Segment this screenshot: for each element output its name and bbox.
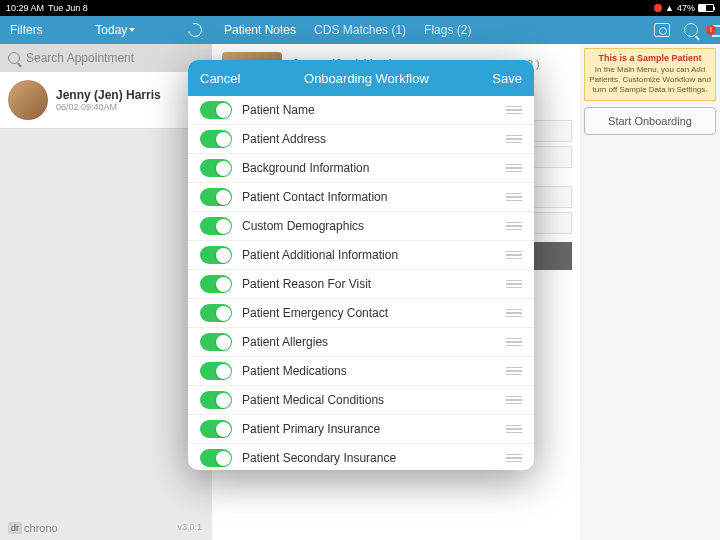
toggle-switch[interactable] bbox=[200, 304, 232, 322]
entry-name: Jenny (Jen) Harris bbox=[56, 88, 185, 102]
chevron-down-icon bbox=[129, 28, 135, 32]
drag-handle-icon[interactable] bbox=[506, 396, 522, 405]
workflow-row[interactable]: Patient Allergies bbox=[188, 328, 534, 357]
wifi-icon: ▲ bbox=[665, 3, 674, 13]
toggle-switch[interactable] bbox=[200, 391, 232, 409]
row-label: Patient Contact Information bbox=[242, 190, 496, 204]
row-label: Patient Emergency Contact bbox=[242, 306, 496, 320]
search-icon bbox=[8, 52, 20, 64]
notice-body: In the Main Menu, you can Add Patients, … bbox=[589, 65, 711, 96]
row-label: Background Information bbox=[242, 161, 496, 175]
workflow-row[interactable]: Patient Emergency Contact bbox=[188, 299, 534, 328]
brand-name: chrono bbox=[24, 522, 58, 534]
appointment-entry[interactable]: Jenny (Jen) Harris 06/02 09:40AM Ex bbox=[0, 72, 212, 129]
tab-patient-notes[interactable]: Patient Notes bbox=[224, 23, 296, 37]
workflow-row[interactable]: Background Information bbox=[188, 154, 534, 183]
entry-time: 06/02 09:40AM bbox=[56, 102, 185, 112]
drag-handle-icon[interactable] bbox=[506, 338, 522, 347]
alert-badge: ! bbox=[706, 25, 716, 35]
drag-handle-icon[interactable] bbox=[506, 135, 522, 144]
status-date: Tue Jun 8 bbox=[48, 3, 88, 13]
row-label: Patient Allergies bbox=[242, 335, 496, 349]
sidebar: Filters Today Search Appointment Jenny (… bbox=[0, 16, 212, 540]
row-label: Patient Secondary Insurance bbox=[242, 451, 496, 465]
battery-percent: 47% bbox=[677, 3, 695, 13]
drag-handle-icon[interactable] bbox=[506, 193, 522, 202]
modal-title: Onboarding Workflow bbox=[304, 71, 429, 86]
start-onboarding-button[interactable]: Start Onboarding bbox=[584, 107, 716, 135]
toggle-switch[interactable] bbox=[200, 362, 232, 380]
brand-prefix: dr bbox=[8, 522, 22, 534]
status-bar: 10:29 AM Tue Jun 8 ▲ 47% bbox=[0, 0, 720, 16]
drag-handle-icon[interactable] bbox=[506, 106, 522, 115]
row-label: Patient Primary Insurance bbox=[242, 422, 496, 436]
toggle-switch[interactable] bbox=[200, 217, 232, 235]
drag-handle-icon[interactable] bbox=[506, 454, 522, 463]
workflow-row[interactable]: Patient Primary Insurance bbox=[188, 415, 534, 444]
avatar bbox=[8, 80, 48, 120]
row-label: Custom Demographics bbox=[242, 219, 496, 233]
row-label: Patient Medications bbox=[242, 364, 496, 378]
modal-header: Cancel Onboarding Workflow Save bbox=[188, 60, 534, 96]
drag-handle-icon[interactable] bbox=[506, 222, 522, 231]
toggle-switch[interactable] bbox=[200, 420, 232, 438]
row-label: Patient Additional Information bbox=[242, 248, 496, 262]
cancel-button[interactable]: Cancel bbox=[200, 71, 240, 86]
drag-handle-icon[interactable] bbox=[506, 164, 522, 173]
search-icon[interactable] bbox=[684, 23, 698, 37]
record-icon bbox=[654, 4, 662, 12]
toggle-switch[interactable] bbox=[200, 333, 232, 351]
tab-flags[interactable]: Flags (2) bbox=[424, 23, 471, 37]
battery-icon bbox=[698, 4, 714, 12]
toggle-switch[interactable] bbox=[200, 130, 232, 148]
camera-icon[interactable] bbox=[654, 23, 670, 37]
modal-body[interactable]: Patient NamePatient AddressBackground In… bbox=[188, 96, 534, 470]
main-toolbar: Patient Notes CDS Matches (1) Flags (2) … bbox=[212, 16, 720, 44]
drag-handle-icon[interactable] bbox=[506, 251, 522, 260]
save-button[interactable]: Save bbox=[492, 71, 522, 86]
sidebar-toolbar: Filters Today bbox=[0, 16, 212, 44]
drag-handle-icon[interactable] bbox=[506, 309, 522, 318]
workflow-row[interactable]: Custom Demographics bbox=[188, 212, 534, 241]
status-time: 10:29 AM bbox=[6, 3, 44, 13]
today-picker[interactable]: Today bbox=[95, 23, 135, 37]
version: v3.0.1 bbox=[177, 522, 202, 532]
workflow-row[interactable]: Patient Address bbox=[188, 125, 534, 154]
filters-button[interactable]: Filters bbox=[10, 23, 43, 37]
toggle-switch[interactable] bbox=[200, 246, 232, 264]
workflow-row[interactable]: Patient Secondary Insurance bbox=[188, 444, 534, 470]
workflow-row[interactable]: Patient Contact Information bbox=[188, 183, 534, 212]
today-label: Today bbox=[95, 23, 127, 37]
search-placeholder: Search Appointment bbox=[26, 51, 134, 65]
row-label: Patient Medical Conditions bbox=[242, 393, 496, 407]
toggle-switch[interactable] bbox=[200, 275, 232, 293]
refresh-icon[interactable] bbox=[185, 20, 204, 39]
onboarding-workflow-modal: Cancel Onboarding Workflow Save Patient … bbox=[188, 60, 534, 470]
drag-handle-icon[interactable] bbox=[506, 280, 522, 289]
row-label: Patient Reason For Visit bbox=[242, 277, 496, 291]
drag-handle-icon[interactable] bbox=[506, 425, 522, 434]
notice-title: This is a Sample Patient bbox=[589, 53, 711, 65]
toggle-switch[interactable] bbox=[200, 101, 232, 119]
workflow-row[interactable]: Patient Medications bbox=[188, 357, 534, 386]
toggle-switch[interactable] bbox=[200, 449, 232, 467]
brand: dr chrono bbox=[8, 522, 58, 534]
workflow-row[interactable]: Patient Additional Information bbox=[188, 241, 534, 270]
workflow-row[interactable]: Patient Name bbox=[188, 96, 534, 125]
search-appointment[interactable]: Search Appointment bbox=[0, 44, 212, 72]
tab-cds-matches[interactable]: CDS Matches (1) bbox=[314, 23, 406, 37]
workflow-row[interactable]: Patient Reason For Visit bbox=[188, 270, 534, 299]
row-label: Patient Name bbox=[242, 103, 496, 117]
sample-notice: This is a Sample Patient In the Main Men… bbox=[584, 48, 716, 101]
drag-handle-icon[interactable] bbox=[506, 367, 522, 376]
workflow-row[interactable]: Patient Medical Conditions bbox=[188, 386, 534, 415]
row-label: Patient Address bbox=[242, 132, 496, 146]
toggle-switch[interactable] bbox=[200, 159, 232, 177]
toggle-switch[interactable] bbox=[200, 188, 232, 206]
